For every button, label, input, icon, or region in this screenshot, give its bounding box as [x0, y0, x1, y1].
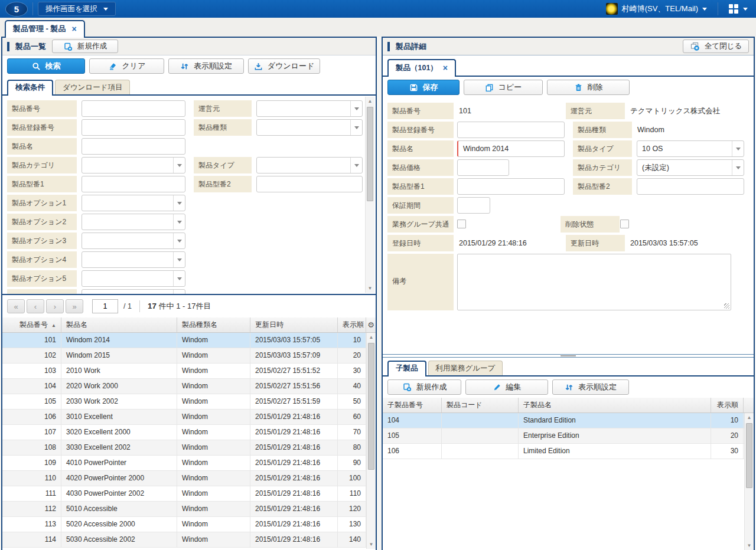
resize-grip[interactable] — [724, 303, 729, 309]
tab-search-conditions[interactable]: 検索条件 — [7, 80, 53, 96]
scrollbar-up-arrow[interactable]: ▲ — [366, 97, 374, 106]
product-table-row[interactable]: 109 4010 PowerPointer Windom 2015/01/29 … — [2, 456, 376, 471]
child-table-row[interactable]: 106 Limited Edition 30 — [383, 444, 754, 459]
column-header-product-code[interactable]: 製品コード — [442, 398, 519, 413]
first-page-button[interactable]: « — [7, 299, 25, 313]
column-header-display-order[interactable]: 表示順 — [338, 317, 366, 332]
form-scrollbar[interactable]: ▲ ▼ — [365, 97, 374, 293]
download-button[interactable]: ダウンロード — [248, 58, 320, 74]
warranty-input[interactable] — [457, 197, 490, 214]
close-all-button[interactable]: 全て閉じる — [683, 40, 749, 53]
product-table-row[interactable]: 113 5020 Accessible 2000 Windom 2015/01/… — [2, 517, 376, 532]
product-table-row[interactable]: 107 3020 Excellent 2000 Windom 2015/01/2… — [2, 425, 376, 440]
tab-child-products[interactable]: 子製品 — [387, 361, 426, 377]
child-table-row[interactable]: 104 Standard Edition 10 — [383, 413, 754, 428]
option1-select[interactable] — [82, 195, 185, 211]
price-input[interactable] — [457, 159, 509, 176]
registration-number-input[interactable] — [457, 122, 565, 138]
apps-menu[interactable] — [729, 4, 748, 14]
copy-button[interactable]: コピー — [464, 80, 543, 95]
child-table-row[interactable]: 105 Enterprise Edition 20 — [383, 428, 754, 444]
column-header-child-number[interactable]: 子製品番号 — [383, 398, 442, 413]
column-header-product-kind[interactable]: 製品種類名 — [177, 317, 250, 332]
scrollbar-up-arrow[interactable]: ▲ — [367, 333, 376, 342]
product-table-row[interactable]: 101 Windom 2014 Windom 2015/03/03 15:57:… — [2, 333, 376, 348]
cell-product-kind: Windom — [177, 502, 250, 516]
child-edit-button[interactable]: 編集 — [465, 379, 548, 395]
group-common-checkbox[interactable] — [457, 220, 466, 228]
screen-select-button[interactable]: 操作画面を選択 — [38, 2, 116, 16]
option2-select[interactable] — [82, 214, 185, 230]
note-textarea[interactable] — [457, 254, 731, 310]
scrollbar-thumb[interactable] — [368, 343, 374, 470]
cell-display-order: 20 — [711, 428, 744, 443]
option5-select[interactable] — [82, 270, 185, 287]
product-table-row[interactable]: 104 2020 Work 2000 Windom 2015/02/27 15:… — [2, 379, 376, 394]
product-type-select[interactable] — [256, 157, 363, 173]
product-table-row[interactable]: 106 3010 Excellent Windom 2015/01/29 21:… — [2, 410, 376, 425]
column-header-child-name[interactable]: 子製品名 — [519, 398, 711, 413]
page-number-input[interactable] — [92, 299, 118, 313]
model2-input[interactable] — [637, 178, 744, 195]
user-menu[interactable]: 村崎博(SV、TEL/Mail) — [606, 3, 707, 15]
product-category-select[interactable] — [82, 157, 185, 173]
new-product-button[interactable]: 新規作成 — [52, 40, 118, 53]
tab-download-items[interactable]: ダウンロード項目 — [55, 80, 130, 94]
product-name-input[interactable] — [457, 140, 565, 157]
column-header-product-number[interactable]: 製品番号▲ — [2, 317, 61, 332]
display-order-button[interactable]: 表示順設定 — [168, 58, 244, 74]
scrollbar-down-arrow[interactable]: ▼ — [745, 541, 754, 550]
scrollbar-down-arrow[interactable]: ▼ — [366, 284, 374, 293]
product-table-row[interactable]: 114 5030 Accessible 2002 Windom 2015/01/… — [2, 532, 376, 548]
column-header-display-order[interactable]: 表示順 — [711, 398, 744, 413]
scrollbar-down-arrow[interactable]: ▼ — [367, 540, 376, 549]
product-name-input[interactable] — [82, 138, 185, 155]
model2-input[interactable] — [256, 176, 363, 192]
category-select[interactable]: (未設定) — [637, 159, 744, 176]
registration-number-input[interactable] — [82, 119, 185, 136]
product-table-row[interactable]: 110 4020 PowerPointer 2000 Windom 2015/0… — [2, 471, 376, 486]
search-button[interactable]: 検索 — [7, 58, 85, 74]
table-scrollbar[interactable]: ▲ ▼ — [366, 333, 376, 549]
child-new-button[interactable]: 新規作成 — [387, 379, 461, 395]
clear-button[interactable]: クリア — [89, 58, 164, 74]
product-kind-select[interactable] — [256, 119, 363, 136]
tab-product-management[interactable]: 製品管理 - 製品 × — [5, 20, 85, 38]
close-icon[interactable]: × — [72, 25, 77, 33]
last-page-button[interactable]: » — [66, 299, 83, 313]
product-number-input[interactable] — [82, 100, 185, 117]
product-table-row[interactable]: 105 2030 Work 2002 Windom 2015/02/27 15:… — [2, 394, 376, 410]
delete-state-checkbox[interactable] — [620, 220, 629, 228]
scrollbar-up-arrow[interactable]: ▲ — [745, 413, 754, 422]
product-type-select[interactable]: 10 OS — [637, 140, 744, 157]
close-icon[interactable]: × — [443, 64, 448, 72]
child-table-scrollbar[interactable]: ▲ ▼ — [744, 413, 754, 550]
option3-select[interactable] — [82, 233, 185, 249]
column-settings-gear-icon[interactable]: ⚙ — [366, 317, 376, 332]
delete-button[interactable]: 削除 — [547, 80, 630, 95]
product-table-row[interactable]: 108 3030 Excellent 2002 Windom 2015/01/2… — [2, 440, 376, 456]
column-header-product-name[interactable]: 製品名 — [61, 317, 177, 332]
product-table-row[interactable]: 111 4030 PowerPointer 2002 Windom 2015/0… — [2, 486, 376, 502]
scrollbar-thumb[interactable] — [746, 423, 752, 488]
model1-input[interactable] — [82, 176, 185, 192]
prev-page-button[interactable]: ‹ — [27, 299, 44, 313]
next-page-button[interactable]: › — [46, 299, 64, 313]
clipped-select[interactable] — [82, 289, 185, 295]
column-header-updated[interactable]: 更新日時 — [250, 317, 338, 332]
product-table-row[interactable]: 112 5010 Accessible Windom 2015/01/29 21… — [2, 502, 376, 517]
save-button[interactable]: 保存 — [387, 80, 460, 95]
option4-select[interactable] — [82, 251, 185, 268]
splitter-handle[interactable] — [561, 355, 576, 356]
operator-select[interactable] — [256, 100, 363, 117]
tab-usage-groups[interactable]: 利用業務グループ — [428, 361, 503, 375]
panel-splitter[interactable] — [383, 354, 754, 358]
model1-input[interactable] — [457, 178, 565, 195]
product-table-row[interactable]: 103 2010 Work Windom 2015/02/27 15:51:52… — [2, 364, 376, 379]
app-logo[interactable]: 5 — [5, 2, 28, 17]
tab-product-101[interactable]: 製品（101） × — [387, 59, 456, 77]
child-order-button[interactable]: 表示順設定 — [552, 379, 629, 395]
field-label: 製品種類 — [573, 122, 632, 138]
scrollbar-thumb[interactable] — [367, 107, 373, 201]
product-table-row[interactable]: 102 Windom 2015 Windom 2015/03/03 15:57:… — [2, 348, 376, 364]
